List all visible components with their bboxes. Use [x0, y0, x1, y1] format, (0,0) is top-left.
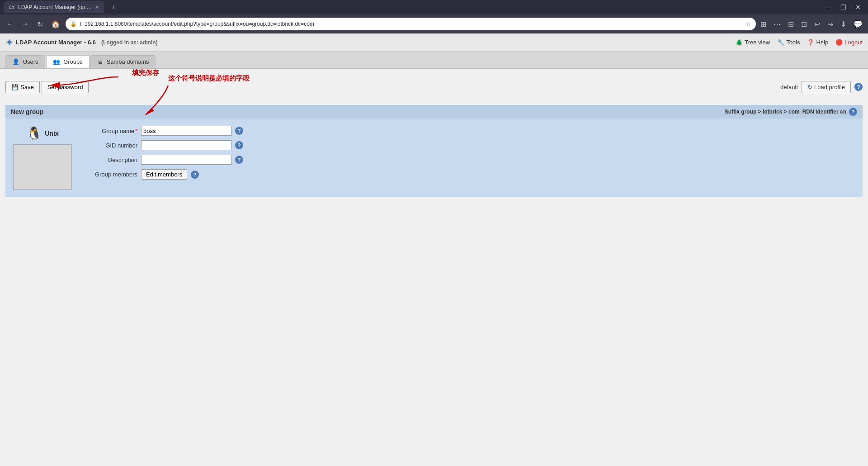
bookmarks-icon[interactable]: ⊟: [786, 19, 796, 29]
chat-icon[interactable]: 💬: [852, 19, 864, 29]
gid-number-row: GID number ?: [83, 140, 857, 150]
home-button[interactable]: 🏠: [48, 18, 63, 30]
unix-image-area: [13, 144, 72, 190]
browser-titlebar: 🗂 LDAP Account Manager (op:... ✕ + — ❐ ✕: [0, 0, 868, 14]
refresh-icon: ↻: [807, 84, 812, 90]
app-header-right: 🌲 Tree view 🔧 Tools ❓ Help 🔴 Logout: [736, 39, 863, 46]
reload-button[interactable]: ↻: [34, 18, 46, 30]
tab-title: LDAP Account Manager (op:...: [18, 4, 91, 10]
group-name-help-icon[interactable]: ?: [235, 127, 243, 135]
edit-members-label: Edit members: [146, 171, 182, 178]
save-button[interactable]: 💾 Save: [5, 81, 40, 93]
section-header-right: Suffix group > lotbrick > com RDN identi…: [725, 108, 857, 116]
help-label: Help: [816, 39, 828, 46]
annotation-fill-save: 填完保存: [132, 69, 159, 77]
logout-link[interactable]: 🔴 Logout: [835, 39, 863, 46]
extensions-icon[interactable]: ⊞: [759, 19, 768, 29]
address-icons: ☆: [745, 20, 751, 28]
tab-bar: 👤 Users 👥 Groups 🖥 Samba domains: [0, 52, 868, 69]
app-logo: ✦ LDAP Account Manager - 6.6 (Logged in …: [5, 37, 158, 48]
annotation-required-hint: 这个符号说明是必填的字段: [168, 74, 250, 83]
samba-tab-label: Samba domains: [106, 58, 149, 65]
restore-button[interactable]: ❐: [837, 3, 850, 12]
tree-view-label: Tree view: [745, 39, 770, 46]
tab-close-icon[interactable]: ✕: [95, 5, 99, 10]
new-tab-button[interactable]: +: [108, 1, 119, 13]
samba-tab-icon: 🖥: [97, 58, 103, 65]
users-tab-icon: 👤: [12, 58, 19, 65]
downloads-icon[interactable]: ⬇: [839, 19, 848, 29]
save-label: Save: [20, 84, 34, 90]
address-bar[interactable]: 🔒 ℹ 192.168.1.1:8080/templates/account/e…: [66, 18, 756, 30]
new-group-section: New group Suffix group > lotbrick > com …: [5, 105, 863, 197]
browser-tab[interactable]: 🗂 LDAP Account Manager (op:... ✕: [4, 1, 104, 13]
back-button[interactable]: ←: [4, 18, 16, 30]
forward-history-icon[interactable]: ↪: [826, 19, 835, 29]
window-controls: — ❐ ✕: [821, 3, 864, 12]
suffix-text: Suffix group > lotbrick > com: [725, 109, 800, 115]
section-body: 🐧 Unix Group name* ?: [5, 119, 863, 197]
help-link[interactable]: ❓ Help: [807, 39, 828, 46]
unix-label-row: 🐧 Unix: [26, 126, 58, 141]
tab-samba-domains[interactable]: 🖥 Samba domains: [90, 55, 156, 68]
content-wrapper: 💾 Save Set password 填完保存: [5, 73, 863, 197]
groups-tab-label: Groups: [63, 58, 83, 65]
gid-number-help-icon[interactable]: ?: [235, 141, 243, 149]
main-content: 💾 Save Set password 填完保存: [0, 69, 868, 201]
sidebar-icon[interactable]: ⊡: [799, 19, 809, 29]
app-header: ✦ LDAP Account Manager - 6.6 (Logged in …: [0, 33, 868, 52]
profile-default-label: default: [780, 84, 798, 90]
group-name-label: Group name*: [83, 128, 137, 134]
group-members-help-icon[interactable]: ?: [191, 171, 199, 179]
info-icon: ℹ: [80, 21, 82, 27]
forward-button[interactable]: →: [19, 18, 32, 30]
logout-label: Logout: [844, 39, 863, 46]
profile-area: default ↻ Load profile ?: [780, 81, 863, 93]
group-members-row: Group members Edit members ?: [83, 169, 857, 180]
gid-number-input[interactable]: [141, 140, 231, 150]
close-button[interactable]: ✕: [852, 3, 864, 12]
description-label: Description: [83, 157, 137, 163]
url-text: 192.168.1.1:8080/templates/account/edit.…: [85, 21, 743, 27]
logged-in-text: (Logged in as: admin): [101, 39, 158, 46]
group-members-label: Group members: [83, 171, 137, 178]
edit-members-button[interactable]: Edit members: [141, 169, 187, 180]
tree-view-link[interactable]: 🌲 Tree view: [736, 39, 770, 46]
browser-right-icons: ⊞ ⋯ ⊟ ⊡ ↩ ↪ ⬇ 💬: [759, 19, 864, 29]
tab-favicon: 🗂: [9, 4, 14, 10]
browser-toolbar: ← → ↻ 🏠 🔒 ℹ 192.168.1.1:8080/templates/a…: [0, 14, 868, 33]
tools-label: Tools: [786, 39, 800, 46]
section-title: New group: [11, 108, 43, 115]
back-history-icon[interactable]: ↩: [812, 19, 822, 29]
description-input[interactable]: [141, 155, 231, 165]
required-star: *: [135, 128, 137, 134]
unix-label: Unix: [45, 130, 58, 137]
users-tab-label: Users: [23, 58, 38, 65]
tab-groups[interactable]: 👥 Groups: [46, 55, 90, 68]
gid-number-label: GID number: [83, 142, 137, 149]
groups-tab-icon: 👥: [53, 58, 60, 65]
bookmark-star-icon[interactable]: ☆: [745, 20, 751, 28]
logo-icon: ✦: [5, 37, 13, 48]
tools-link[interactable]: 🔧 Tools: [777, 39, 800, 46]
save-icon: 💾: [11, 84, 19, 90]
secure-icon: 🔒: [70, 21, 77, 27]
load-profile-label: Load profile: [814, 84, 845, 90]
tools-icon: 🔧: [777, 39, 784, 46]
description-row: Description ?: [83, 155, 857, 165]
minimize-button[interactable]: —: [821, 3, 835, 12]
arrow-required: [141, 83, 231, 119]
section-header: New group Suffix group > lotbrick > com …: [5, 105, 863, 119]
annotation-required-text: 这个符号说明是必填的字段: [168, 74, 250, 82]
group-name-input[interactable]: [141, 126, 231, 136]
tab-users[interactable]: 👤 Users: [5, 55, 45, 68]
section-help-icon[interactable]: ?: [849, 108, 857, 116]
tree-icon: 🌲: [736, 39, 743, 46]
app-title: LDAP Account Manager - 6.6: [16, 39, 96, 46]
load-profile-button[interactable]: ↻ Load profile: [802, 81, 851, 93]
toolbar-help-icon[interactable]: ?: [854, 83, 863, 91]
unix-panel: 🐧 Unix: [11, 126, 74, 190]
description-help-icon[interactable]: ?: [235, 156, 243, 164]
menu-dots-icon[interactable]: ⋯: [772, 19, 783, 29]
help-icon: ❓: [807, 39, 814, 46]
